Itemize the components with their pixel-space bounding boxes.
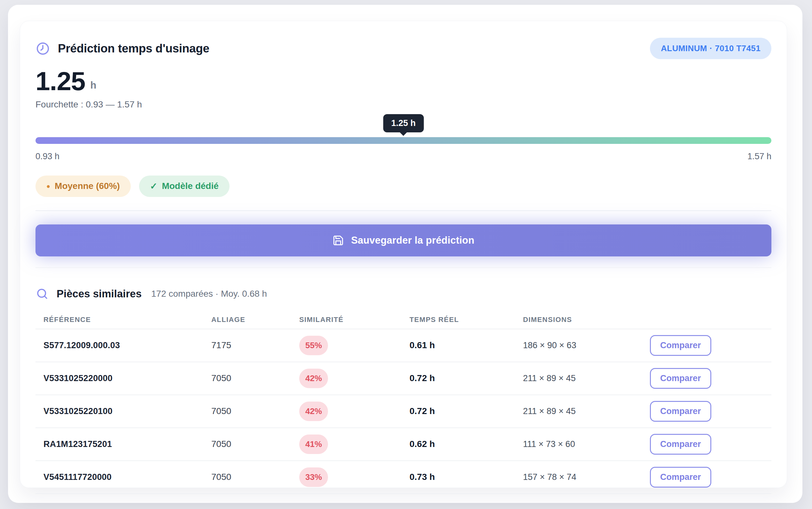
similarity-badge: 42%: [299, 402, 328, 421]
save-icon: [332, 235, 344, 246]
part-alloy: 7050: [211, 406, 299, 416]
table-header-row: RÉFÉRENCE ALLIAGE SIMILARITÉ TEMPS RÉEL …: [35, 311, 771, 329]
part-reference: V5331025220100: [43, 406, 211, 416]
search-icon: [35, 287, 49, 301]
divider-above-save: [35, 210, 771, 211]
prediction-value: 1.25: [35, 70, 85, 92]
range-bounds: 0.93 h 1.57 h: [35, 151, 771, 162]
col-similarity: SIMILARITÉ: [299, 315, 410, 324]
table-row: V5331025220100 7050 42% 0.72 h 211 × 89 …: [35, 395, 771, 428]
confidence-badge-label: Moyenne (60%): [55, 181, 120, 191]
card-header: Prédiction temps d'usinage ALUMINUM · 70…: [35, 38, 771, 59]
compare-button[interactable]: Comparer: [650, 434, 711, 455]
table-row: RA1M123175201 7050 41% 0.62 h 111 × 73 ×…: [35, 428, 771, 461]
similarity-badge: 55%: [299, 336, 328, 355]
part-dimensions: 186 × 90 × 63: [523, 340, 650, 350]
save-button-label: Sauvegarder la prédiction: [351, 235, 474, 246]
save-prediction-button[interactable]: Sauvegarder la prédiction: [35, 225, 771, 257]
clock-icon: [35, 41, 50, 56]
prediction-unit: h: [91, 79, 97, 92]
range-min-label: 0.93 h: [35, 151, 60, 162]
compare-button[interactable]: Comparer: [650, 368, 711, 389]
part-dimensions: 211 × 89 × 45: [523, 406, 650, 416]
table-row: S577.12009.000.03 7175 55% 0.61 h 186 × …: [35, 329, 771, 362]
prediction-value-row: 1.25 h: [35, 70, 771, 92]
part-alloy: 7050: [211, 472, 299, 482]
part-time: 0.61 h: [410, 340, 523, 350]
range-max-label: 1.57 h: [747, 151, 771, 162]
material-badge: ALUMINUM · 7010 T7451: [650, 38, 771, 59]
model-badge: ✓ Modèle dédié: [139, 175, 230, 197]
col-alloy: ALLIAGE: [211, 315, 299, 324]
page-title: Prédiction temps d'usinage: [58, 42, 209, 55]
model-badge-label: Modèle dédié: [162, 181, 218, 191]
part-reference: RA1M123175201: [43, 439, 211, 449]
part-alloy: 7050: [211, 439, 299, 449]
part-time: 0.72 h: [410, 406, 523, 416]
similarity-badge: 42%: [299, 369, 328, 388]
similar-parts-table: RÉFÉRENCE ALLIAGE SIMILARITÉ TEMPS RÉEL …: [35, 311, 771, 494]
similar-parts-title: Pièces similaires: [57, 288, 142, 300]
part-reference: V5451117720000: [43, 472, 211, 482]
similar-parts-subtitle: 172 comparées · Moy. 0.68 h: [151, 289, 267, 299]
part-dimensions: 111 × 73 × 60: [523, 439, 650, 449]
bullet-icon: ●: [46, 182, 50, 190]
prediction-tooltip: 1.25 h: [383, 114, 424, 132]
divider-below-save: [35, 267, 771, 268]
similarity-badge: 41%: [299, 435, 328, 454]
part-reference: V5331025220000: [43, 373, 211, 383]
status-badges: ● Moyenne (60%) ✓ Modèle dédié: [35, 175, 771, 197]
col-dimensions: DIMENSIONS: [523, 315, 650, 324]
part-time: 0.62 h: [410, 439, 523, 449]
part-alloy: 7050: [211, 373, 299, 383]
compare-button[interactable]: Comparer: [650, 401, 711, 422]
prediction-range-bar-area: 1.25 h: [35, 114, 771, 144]
compare-button[interactable]: Comparer: [650, 467, 711, 487]
table-row: V5451117720000 7050 33% 0.73 h 157 × 78 …: [35, 461, 771, 494]
part-alloy: 7175: [211, 340, 299, 350]
compare-button[interactable]: Comparer: [650, 335, 711, 356]
check-icon: ✓: [150, 181, 157, 192]
page-card: Prédiction temps d'usinage ALUMINUM · 70…: [8, 5, 802, 503]
col-time: TEMPS RÉEL: [410, 315, 523, 324]
similarity-badge: 33%: [299, 468, 328, 487]
table-row: V5331025220000 7050 42% 0.72 h 211 × 89 …: [35, 362, 771, 395]
prediction-card: Prédiction temps d'usinage ALUMINUM · 70…: [20, 21, 787, 488]
part-reference: S577.12009.000.03: [43, 340, 211, 350]
part-dimensions: 211 × 89 × 45: [523, 373, 650, 383]
col-reference: RÉFÉRENCE: [43, 315, 211, 324]
part-time: 0.73 h: [410, 472, 523, 482]
prediction-range-label: Fourchette : 0.93 — 1.57 h: [35, 99, 771, 110]
part-dimensions: 157 × 78 × 74: [523, 472, 650, 482]
part-time: 0.72 h: [410, 373, 523, 383]
prediction-gradient-bar: [35, 137, 771, 144]
confidence-badge: ● Moyenne (60%): [35, 175, 131, 197]
similar-parts-header: Pièces similaires 172 comparées · Moy. 0…: [35, 287, 771, 301]
